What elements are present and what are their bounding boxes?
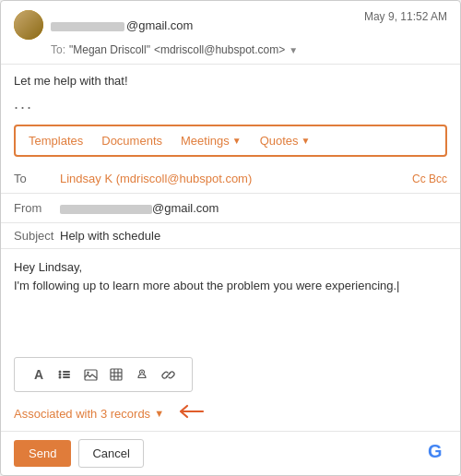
- sender-email: @gmail.com: [51, 18, 193, 32]
- svg-rect-4: [63, 374, 70, 375]
- svg-point-7: [87, 371, 89, 373]
- svg-rect-8: [111, 369, 122, 380]
- message-preview-text: Let me help with that!: [14, 74, 447, 88]
- associated-label: Associated with 3 records: [14, 407, 150, 421]
- quotes-label: Quotes: [260, 134, 299, 148]
- from-row: From @gmail.com: [1, 194, 460, 223]
- to-label: To:: [51, 43, 65, 56]
- meetings-label: Meetings: [181, 134, 230, 148]
- svg-rect-3: [63, 371, 70, 373]
- chevron-down-icon: ▼: [154, 408, 164, 419]
- format-bold-button[interactable]: A: [28, 363, 50, 386]
- sender-domain: @gmail.com: [126, 18, 193, 32]
- svg-line-14: [166, 373, 170, 376]
- sender-name-redacted: [51, 22, 124, 31]
- svg-point-13: [141, 372, 143, 374]
- svg-text:G: G: [428, 441, 442, 461]
- tab-quotes[interactable]: Quotes ▼: [260, 134, 311, 148]
- email-body[interactable]: Hey Lindsay, I'm following up to learn m…: [1, 249, 460, 353]
- format-link-button[interactable]: [157, 363, 179, 386]
- sender-info: @gmail.com: [14, 10, 193, 40]
- avatar: [14, 10, 43, 40]
- to-name: "Megan Driscoll": [69, 43, 150, 56]
- from-field-label: From: [14, 201, 60, 215]
- to-field-value[interactable]: Lindsay K (mdriscoll@hubspot.com): [60, 172, 412, 185]
- subject-label: Subject: [14, 229, 60, 243]
- tab-documents[interactable]: Documents: [101, 134, 162, 148]
- svg-point-2: [59, 376, 62, 379]
- footer-actions: Send Cancel G: [1, 431, 460, 475]
- arrow-pointer-icon: [175, 403, 205, 423]
- to-row: To Lindsay K (mdriscoll@hubspot.com) Cc …: [1, 164, 460, 194]
- format-toolbar: A: [14, 357, 193, 392]
- message-ellipsis: ...: [14, 95, 447, 112]
- body-line2: I'm following up to learn more about the…: [14, 277, 447, 295]
- subject-value[interactable]: Help with schedule: [60, 229, 160, 243]
- send-button[interactable]: Send: [14, 440, 71, 467]
- message-preview: Let me help with that! ...: [1, 65, 460, 117]
- tab-templates[interactable]: Templates: [29, 134, 83, 148]
- to-email: <mdriscoll@hubspot.com>: [154, 43, 285, 56]
- svg-point-1: [59, 374, 62, 376]
- toolbar-tabs: Templates Documents Meetings ▼ Quotes ▼: [14, 125, 447, 157]
- from-name-redacted: [60, 205, 152, 214]
- dropdown-arrow-icon[interactable]: ▼: [289, 45, 298, 55]
- email-header: @gmail.com May 9, 11:52 AM To: "Megan Dr…: [1, 1, 460, 65]
- subject-row: Subject Help with schedule: [1, 223, 460, 249]
- cc-bcc-button[interactable]: Cc Bcc: [412, 173, 447, 185]
- svg-rect-5: [63, 376, 70, 378]
- email-compose-window: @gmail.com May 9, 11:52 AM To: "Megan Dr…: [0, 0, 461, 476]
- recipient-row: To: "Megan Driscoll" <mdriscoll@hubspot.…: [51, 43, 447, 56]
- format-table-button[interactable]: [105, 363, 127, 386]
- tab-meetings[interactable]: Meetings ▼: [181, 134, 242, 148]
- from-domain: @gmail.com: [152, 201, 219, 215]
- header-top-row: @gmail.com May 9, 11:52 AM: [14, 10, 447, 40]
- meetings-arrow-icon: ▼: [232, 136, 242, 146]
- email-timestamp: May 9, 11:52 AM: [364, 10, 447, 23]
- compose-form: To Lindsay K (mdriscoll@hubspot.com) Cc …: [1, 164, 460, 475]
- format-insert-button[interactable]: [131, 363, 153, 386]
- from-field-value: @gmail.com: [60, 201, 447, 215]
- to-field-label: To: [14, 172, 60, 185]
- avatar-image: [14, 10, 43, 40]
- associated-row: Associated with 3 records ▼: [1, 396, 460, 431]
- format-image-button[interactable]: [79, 363, 101, 386]
- format-bullet-button[interactable]: [53, 363, 76, 386]
- associated-records-link[interactable]: Associated with 3 records ▼: [14, 407, 164, 421]
- cancel-button[interactable]: Cancel: [78, 439, 143, 468]
- quotes-arrow-icon: ▼: [301, 136, 311, 146]
- sender-email-area: @gmail.com: [51, 17, 193, 33]
- google-icon: G: [427, 441, 447, 466]
- body-line1: Hey Lindsay,: [14, 258, 447, 277]
- svg-point-0: [59, 371, 62, 374]
- footer-left: Send Cancel: [14, 439, 144, 468]
